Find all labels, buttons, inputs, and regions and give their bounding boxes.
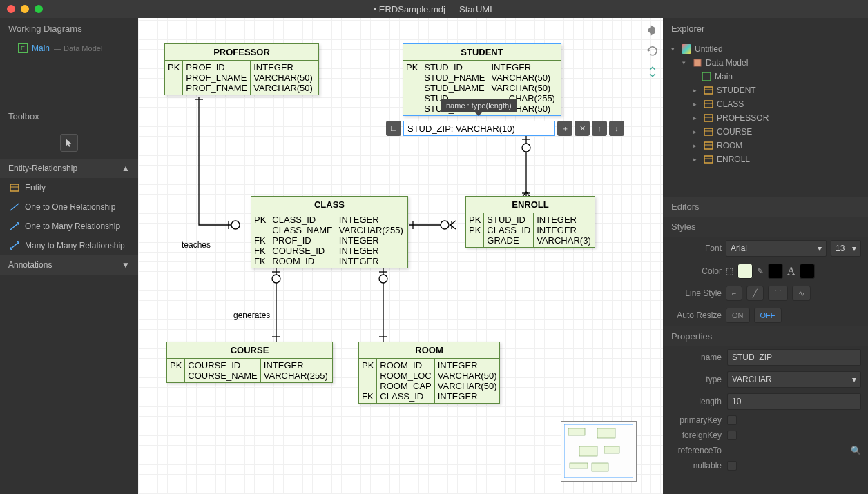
- font-family-select[interactable]: Arial▾: [726, 240, 827, 257]
- svg-rect-39: [704, 156, 713, 163]
- chevron-right-icon: ▸: [693, 115, 700, 121]
- one-to-one-tool[interactable]: One to One Relationship: [0, 197, 138, 217]
- edit-tooltip: name : type(length): [441, 99, 517, 112]
- svg-rect-23: [579, 446, 597, 456]
- tree-entity-room[interactable]: ▸ROOM: [663, 139, 868, 152]
- cursor-icon: [64, 138, 74, 148]
- nullable-checkbox[interactable]: [727, 461, 737, 471]
- foreignkey-checkbox[interactable]: [727, 431, 737, 440]
- working-diagram-name: Main: [32, 43, 50, 53]
- line-style-curve-button[interactable]: ∿: [792, 286, 811, 301]
- column-edit-input[interactable]: [403, 121, 555, 136]
- entity-enroll[interactable]: ENROLL PKPK STUD_IDCLASS_IDGRADE INTEGER…: [465, 196, 595, 248]
- font-size-select[interactable]: 13▾: [831, 240, 861, 257]
- edit-bar: ☐ ＋ ✕ ↑ ↓: [386, 121, 624, 136]
- svg-rect-26: [592, 463, 608, 471]
- select-tool-button[interactable]: [60, 134, 78, 152]
- autoresize-off-button[interactable]: OFF: [754, 308, 782, 323]
- canvas[interactable]: teaches generates PROFESSOR PK PROF_IDPR…: [138, 18, 663, 494]
- tree-data-model[interactable]: ▾ Data Model: [663, 56, 868, 70]
- sync-icon[interactable]: [646, 65, 659, 79]
- svg-rect-25: [570, 463, 588, 468]
- project-icon: [682, 44, 691, 54]
- explorer-tree: ▾ Untitled ▾ Data Model Main ▸STUDENT▸CL…: [663, 39, 868, 169]
- styles-header: Styles: [663, 217, 868, 237]
- teaches-label: teaches: [182, 240, 211, 250]
- search-icon[interactable]: 🔍: [851, 446, 861, 455]
- fill-tool-icon[interactable]: ⬚: [726, 266, 733, 276]
- close-window-button[interactable]: [7, 5, 15, 13]
- line-color-swatch[interactable]: [768, 264, 783, 279]
- chevron-right-icon: ▸: [693, 87, 700, 94]
- line-tool-icon[interactable]: ✎: [757, 266, 764, 276]
- working-diagram-main[interactable]: E Main — Data Model: [0, 39, 138, 57]
- entity-course[interactable]: COURSE PK COURSE_IDCOURSE_NAME INTEGERVA…: [166, 342, 333, 383]
- window-title: • ERDSample.mdj — StarUML: [374, 4, 495, 14]
- svg-line-4: [10, 242, 19, 249]
- entity-icon: [704, 99, 713, 109]
- tree-entity-enroll[interactable]: ▸ENROLL: [663, 152, 868, 166]
- line-style-oblique-button[interactable]: ╱: [746, 286, 764, 301]
- tree-entity-student[interactable]: ▸STUDENT: [663, 83, 868, 97]
- autoresize-on-button[interactable]: ON: [726, 308, 750, 323]
- entity-professor[interactable]: PROFESSOR PK PROF_IDPROF_LNAMEPROF_FNAME…: [164, 43, 319, 95]
- line-style-rect-button[interactable]: ⌐: [726, 286, 742, 301]
- tree-entity-professor[interactable]: ▸PROFESSOR: [663, 111, 868, 125]
- entity-class[interactable]: CLASS PK FKFKFK CLASS_IDCLASS_NAMEPROF_I…: [251, 196, 408, 268]
- working-diagrams-header: Working Diagrams: [0, 18, 138, 39]
- minimize-window-button[interactable]: [21, 5, 29, 13]
- tree-entity-course[interactable]: ▸COURSE: [663, 125, 868, 139]
- svg-line-2: [10, 204, 19, 210]
- entity-icon: [704, 155, 713, 164]
- svg-rect-22: [597, 428, 615, 438]
- one-to-many-tool[interactable]: One to Many Relationship: [0, 217, 138, 236]
- left-panel: Working Diagrams E Main — Data Model Too…: [0, 18, 138, 494]
- entity-icon: [704, 141, 713, 150]
- chevron-right-icon: ▸: [693, 128, 700, 135]
- add-column-button[interactable]: ＋: [557, 121, 572, 136]
- entity-icon: [704, 86, 713, 95]
- property-type-select[interactable]: VARCHAR▾: [727, 371, 861, 388]
- tree-main-diagram[interactable]: Main: [663, 70, 868, 83]
- generates-label: generates: [233, 310, 270, 320]
- line-style-round-button[interactable]: ⌒: [768, 286, 788, 301]
- svg-rect-28: [702, 72, 711, 81]
- property-length-input[interactable]: [727, 393, 861, 410]
- expand-icon: ▼: [122, 260, 130, 270]
- visibility-button[interactable]: ☐: [386, 121, 401, 136]
- refresh-icon[interactable]: [646, 44, 659, 58]
- svg-rect-33: [704, 115, 713, 121]
- svg-rect-29: [704, 87, 713, 94]
- one-to-one-icon: [10, 202, 19, 212]
- svg-rect-0: [10, 184, 19, 191]
- svg-rect-35: [704, 128, 713, 135]
- property-name-input[interactable]: [727, 349, 861, 366]
- entity-icon: [704, 127, 713, 137]
- tree-root[interactable]: ▾ Untitled: [663, 42, 868, 56]
- toolbox-header: Toolbox: [0, 106, 138, 127]
- fill-color-swatch[interactable]: [737, 264, 753, 279]
- minimap[interactable]: [561, 421, 637, 482]
- maximize-window-button[interactable]: [35, 5, 43, 13]
- chevron-down-icon: ▾: [682, 59, 689, 66]
- move-up-button[interactable]: ↑: [592, 121, 607, 136]
- tree-entity-class[interactable]: ▸CLASS: [663, 97, 868, 111]
- explorer-header: Explorer: [663, 18, 868, 39]
- entity-relationship-category[interactable]: Entity-Relationship ▲: [0, 159, 138, 178]
- move-down-button[interactable]: ↓: [609, 121, 624, 136]
- delete-column-button[interactable]: ✕: [575, 121, 590, 136]
- entity-room[interactable]: ROOM PK FK ROOM_IDROOM_LOCROOM_CAPCLASS_…: [358, 342, 500, 404]
- erd-diagram-icon: [702, 72, 711, 81]
- chevron-right-icon: ▸: [693, 142, 700, 149]
- working-diagram-sub: — Data Model: [54, 44, 102, 52]
- annotations-category[interactable]: Annotations ▼: [0, 255, 138, 275]
- plugin-icon[interactable]: [646, 23, 659, 37]
- right-panel: Explorer ▾ Untitled ▾ Data Model Main ▸S…: [663, 18, 868, 494]
- entity-tool[interactable]: Entity: [0, 178, 138, 197]
- many-to-many-icon: [10, 241, 19, 250]
- svg-rect-27: [694, 59, 701, 66]
- text-color-swatch[interactable]: [800, 264, 815, 279]
- text-tool-icon[interactable]: A: [787, 265, 795, 277]
- many-to-many-tool[interactable]: Many to Many Relationship: [0, 236, 138, 255]
- primarykey-checkbox[interactable]: [727, 415, 737, 425]
